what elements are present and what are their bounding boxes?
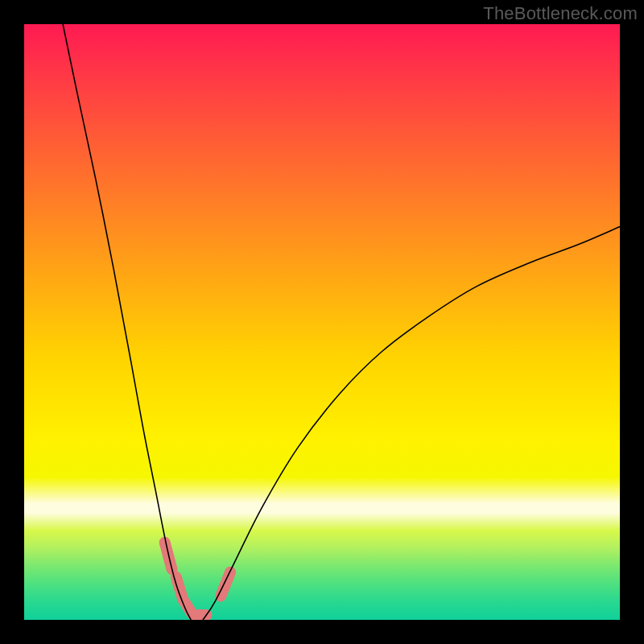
plot-area: [24, 24, 620, 620]
attribution-label: TheBottleneck.com: [483, 3, 638, 24]
trough-marker: [221, 572, 230, 597]
chart-frame: TheBottleneck.com: [0, 0, 644, 644]
curve-right: [203, 227, 620, 620]
curve-left: [63, 24, 191, 620]
bottleneck-curve: [24, 24, 620, 620]
